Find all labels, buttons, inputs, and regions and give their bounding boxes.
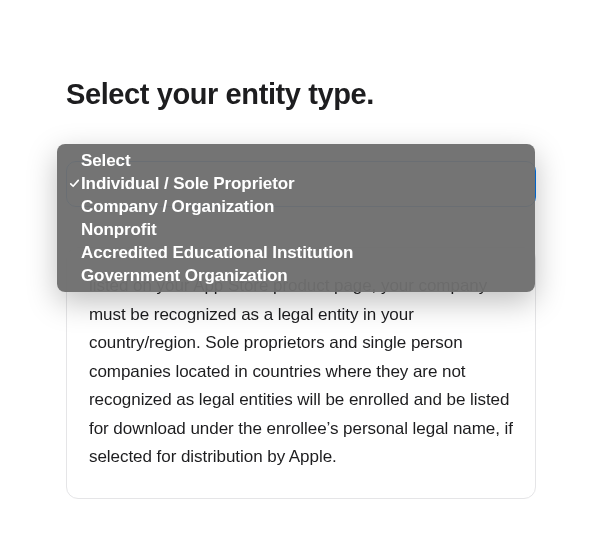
dropdown-option-nonprofit[interactable]: Nonprofit [57, 218, 535, 241]
dropdown-option-government[interactable]: Government Organization [57, 264, 535, 287]
dropdown-option-label: Select [81, 151, 131, 171]
dropdown-option-select[interactable]: Select [57, 149, 535, 172]
checkmark-icon [67, 178, 81, 189]
page-title: Select your entity type. [66, 78, 536, 111]
dropdown-option-label: Nonprofit [81, 220, 157, 240]
dropdown-option-label: Company / Organization [81, 197, 274, 217]
dropdown-option-label: Individual / Sole Proprietor [81, 174, 295, 194]
dropdown-option-company[interactable]: Company / Organization [57, 195, 535, 218]
dropdown-option-accredited-educational[interactable]: Accredited Educational Institution [57, 241, 535, 264]
dropdown-option-individual[interactable]: Individual / Sole Proprietor [57, 172, 535, 195]
dropdown-option-label: Government Organization [81, 266, 287, 286]
entity-type-info-text: listed on your App Store product page, y… [89, 272, 513, 472]
dropdown-option-label: Accredited Educational Institution [81, 243, 353, 263]
entity-type-dropdown-menu[interactable]: Select Individual / Sole Proprietor Comp… [57, 144, 535, 292]
